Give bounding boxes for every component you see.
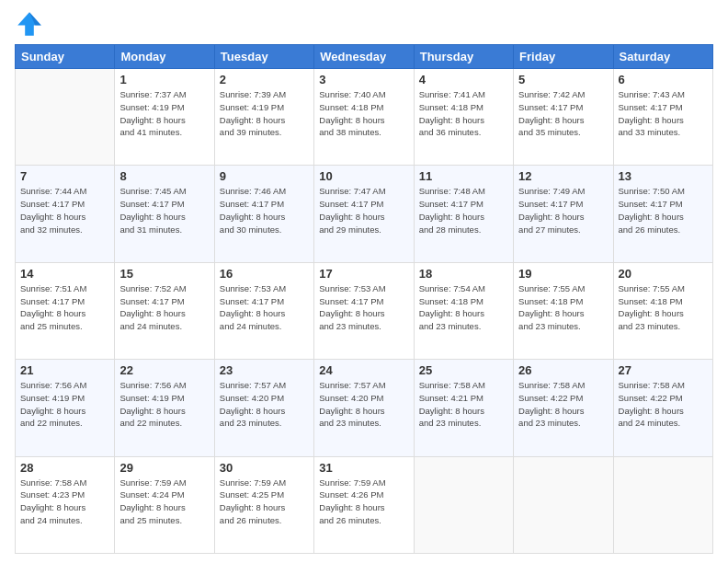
day-info: Sunrise: 7:40 AM Sunset: 4:18 PM Dayligh…	[319, 88, 408, 139]
calendar-cell: 26Sunrise: 7:58 AM Sunset: 4:22 PM Dayli…	[514, 360, 613, 456]
week-row-4: 21Sunrise: 7:56 AM Sunset: 4:19 PM Dayli…	[16, 360, 713, 456]
day-number: 27	[619, 363, 708, 377]
day-number: 10	[319, 169, 408, 183]
day-number: 6	[619, 73, 708, 86]
day-info: Sunrise: 7:42 AM Sunset: 4:17 PM Dayligh…	[518, 88, 608, 139]
calendar-cell: 2Sunrise: 7:39 AM Sunset: 4:19 PM Daylig…	[214, 69, 313, 166]
calendar-cell: 15Sunrise: 7:52 AM Sunset: 4:17 PM Dayli…	[115, 262, 214, 359]
day-info: Sunrise: 7:58 AM Sunset: 4:22 PM Dayligh…	[619, 379, 708, 430]
header-monday: Monday	[115, 45, 214, 69]
day-info: Sunrise: 7:57 AM Sunset: 4:20 PM Dayligh…	[220, 379, 309, 430]
day-info: Sunrise: 7:55 AM Sunset: 4:18 PM Dayligh…	[518, 282, 608, 333]
day-info: Sunrise: 7:58 AM Sunset: 4:23 PM Dayligh…	[20, 477, 109, 527]
day-number: 5	[518, 73, 608, 86]
calendar-cell	[414, 456, 513, 553]
calendar-cell: 9Sunrise: 7:46 AM Sunset: 4:17 PM Daylig…	[214, 166, 313, 262]
day-info: Sunrise: 7:49 AM Sunset: 4:17 PM Dayligh…	[518, 185, 608, 236]
day-info: Sunrise: 7:56 AM Sunset: 4:19 PM Dayligh…	[119, 379, 209, 430]
day-number: 2	[220, 73, 309, 86]
day-number: 22	[119, 363, 209, 377]
day-info: Sunrise: 7:39 AM Sunset: 4:19 PM Dayligh…	[220, 88, 309, 139]
day-info: Sunrise: 7:58 AM Sunset: 4:21 PM Dayligh…	[419, 379, 508, 430]
day-number: 14	[20, 267, 109, 281]
calendar-cell: 14Sunrise: 7:51 AM Sunset: 4:17 PM Dayli…	[16, 262, 115, 359]
day-info: Sunrise: 7:47 AM Sunset: 4:17 PM Dayligh…	[319, 185, 408, 236]
header-thursday: Thursday	[414, 45, 513, 69]
calendar-cell: 19Sunrise: 7:55 AM Sunset: 4:18 PM Dayli…	[514, 262, 613, 359]
day-number: 7	[20, 169, 109, 183]
day-info: Sunrise: 7:59 AM Sunset: 4:26 PM Dayligh…	[319, 477, 408, 527]
day-info: Sunrise: 7:43 AM Sunset: 4:17 PM Dayligh…	[619, 88, 708, 139]
week-row-3: 14Sunrise: 7:51 AM Sunset: 4:17 PM Dayli…	[16, 262, 713, 359]
day-number: 26	[518, 363, 608, 377]
day-number: 29	[119, 461, 209, 475]
calendar-cell: 12Sunrise: 7:49 AM Sunset: 4:17 PM Dayli…	[514, 166, 613, 262]
day-number: 18	[419, 267, 508, 281]
day-info: Sunrise: 7:58 AM Sunset: 4:22 PM Dayligh…	[518, 379, 608, 430]
calendar-cell: 11Sunrise: 7:48 AM Sunset: 4:17 PM Dayli…	[414, 166, 513, 262]
header-sunday: Sunday	[16, 45, 115, 69]
calendar-cell: 13Sunrise: 7:50 AM Sunset: 4:17 PM Dayli…	[613, 166, 712, 262]
day-info: Sunrise: 7:59 AM Sunset: 4:25 PM Dayligh…	[220, 477, 309, 527]
header-friday: Friday	[514, 45, 613, 69]
calendar-cell: 20Sunrise: 7:55 AM Sunset: 4:18 PM Dayli…	[613, 262, 712, 359]
calendar-cell: 29Sunrise: 7:59 AM Sunset: 4:24 PM Dayli…	[115, 456, 214, 553]
day-number: 24	[319, 363, 408, 377]
day-info: Sunrise: 7:48 AM Sunset: 4:17 PM Dayligh…	[419, 185, 508, 236]
day-number: 4	[419, 73, 508, 86]
calendar-cell	[514, 456, 613, 553]
day-number: 1	[119, 73, 209, 86]
calendar-cell: 21Sunrise: 7:56 AM Sunset: 4:19 PM Dayli…	[16, 360, 115, 456]
day-info: Sunrise: 7:37 AM Sunset: 4:19 PM Dayligh…	[119, 88, 209, 139]
calendar-cell: 5Sunrise: 7:42 AM Sunset: 4:17 PM Daylig…	[514, 69, 613, 166]
day-number: 11	[419, 169, 508, 183]
day-info: Sunrise: 7:53 AM Sunset: 4:17 PM Dayligh…	[220, 282, 309, 333]
calendar-cell: 31Sunrise: 7:59 AM Sunset: 4:26 PM Dayli…	[314, 456, 414, 553]
day-number: 21	[20, 363, 109, 377]
day-number: 15	[119, 267, 209, 281]
calendar-cell: 1Sunrise: 7:37 AM Sunset: 4:19 PM Daylig…	[115, 69, 214, 166]
day-info: Sunrise: 7:51 AM Sunset: 4:17 PM Dayligh…	[20, 282, 109, 333]
day-info: Sunrise: 7:59 AM Sunset: 4:24 PM Dayligh…	[119, 477, 209, 527]
week-row-2: 7Sunrise: 7:44 AM Sunset: 4:17 PM Daylig…	[16, 166, 713, 262]
day-info: Sunrise: 7:41 AM Sunset: 4:18 PM Dayligh…	[419, 88, 508, 139]
calendar-cell: 10Sunrise: 7:47 AM Sunset: 4:17 PM Dayli…	[314, 166, 414, 262]
day-info: Sunrise: 7:46 AM Sunset: 4:17 PM Dayligh…	[220, 185, 309, 236]
day-info: Sunrise: 7:54 AM Sunset: 4:18 PM Dayligh…	[419, 282, 508, 333]
day-number: 31	[319, 461, 408, 475]
calendar-cell: 27Sunrise: 7:58 AM Sunset: 4:22 PM Dayli…	[613, 360, 712, 456]
week-row-1: 1Sunrise: 7:37 AM Sunset: 4:19 PM Daylig…	[16, 69, 713, 166]
logo	[15, 9, 48, 39]
day-info: Sunrise: 7:44 AM Sunset: 4:17 PM Dayligh…	[20, 185, 109, 236]
day-info: Sunrise: 7:55 AM Sunset: 4:18 PM Dayligh…	[619, 282, 708, 333]
calendar-cell: 3Sunrise: 7:40 AM Sunset: 4:18 PM Daylig…	[314, 69, 414, 166]
header-tuesday: Tuesday	[214, 45, 313, 69]
calendar-cell: 6Sunrise: 7:43 AM Sunset: 4:17 PM Daylig…	[613, 69, 712, 166]
day-number: 12	[518, 169, 608, 183]
page: SundayMondayTuesdayWednesdayThursdayFrid…	[0, 0, 728, 563]
calendar-cell: 4Sunrise: 7:41 AM Sunset: 4:18 PM Daylig…	[414, 69, 513, 166]
week-row-5: 28Sunrise: 7:58 AM Sunset: 4:23 PM Dayli…	[16, 456, 713, 553]
calendar-cell: 7Sunrise: 7:44 AM Sunset: 4:17 PM Daylig…	[16, 166, 115, 262]
day-number: 30	[220, 461, 309, 475]
day-info: Sunrise: 7:52 AM Sunset: 4:17 PM Dayligh…	[119, 282, 209, 333]
day-number: 23	[220, 363, 309, 377]
header-wednesday: Wednesday	[314, 45, 414, 69]
day-number: 16	[220, 267, 309, 281]
day-info: Sunrise: 7:56 AM Sunset: 4:19 PM Dayligh…	[20, 379, 109, 430]
day-number: 20	[619, 267, 708, 281]
day-number: 17	[319, 267, 408, 281]
header-row: SundayMondayTuesdayWednesdayThursdayFrid…	[16, 45, 713, 69]
calendar-cell: 25Sunrise: 7:58 AM Sunset: 4:21 PM Dayli…	[414, 360, 513, 456]
day-number: 19	[518, 267, 608, 281]
day-info: Sunrise: 7:53 AM Sunset: 4:17 PM Dayligh…	[319, 282, 408, 333]
header	[15, 9, 713, 39]
calendar-cell: 28Sunrise: 7:58 AM Sunset: 4:23 PM Dayli…	[16, 456, 115, 553]
day-number: 8	[119, 169, 209, 183]
calendar-cell: 30Sunrise: 7:59 AM Sunset: 4:25 PM Dayli…	[214, 456, 313, 553]
calendar-cell: 18Sunrise: 7:54 AM Sunset: 4:18 PM Dayli…	[414, 262, 513, 359]
day-info: Sunrise: 7:50 AM Sunset: 4:17 PM Dayligh…	[619, 185, 708, 236]
day-info: Sunrise: 7:45 AM Sunset: 4:17 PM Dayligh…	[119, 185, 209, 236]
calendar-cell	[613, 456, 712, 553]
day-info: Sunrise: 7:57 AM Sunset: 4:20 PM Dayligh…	[319, 379, 408, 430]
